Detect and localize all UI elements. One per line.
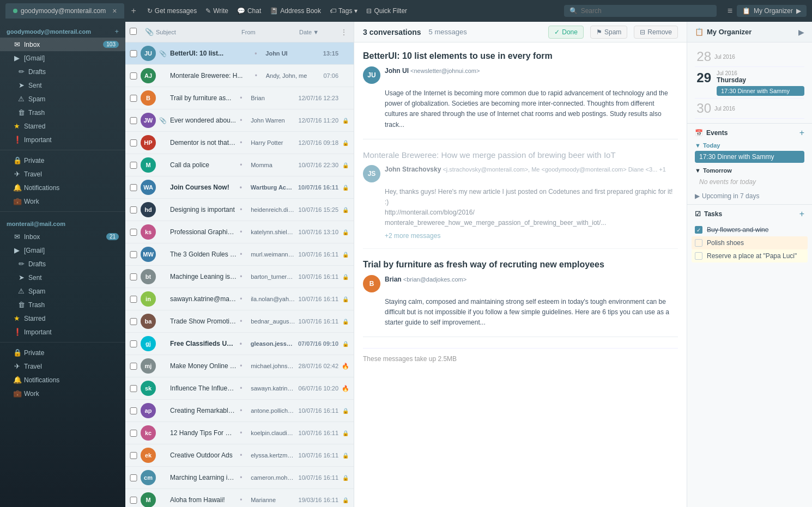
cal-event-29[interactable]: 17:30 Dinner with Sammy [717, 86, 804, 96]
email-row[interactable]: insawayn.katrine@manley...•ila.nolan@yah… [125, 288, 354, 310]
sidebar-item-sent2[interactable]: ➤ Sent [0, 271, 125, 284]
sidebar-item-trash2[interactable]: 🗑 Trash [0, 298, 125, 311]
quick-filter-button[interactable]: ⊟ Quick Filter [366, 7, 407, 15]
star-icon[interactable]: • [240, 273, 247, 280]
email-checkbox[interactable] [130, 251, 137, 258]
star-icon[interactable]: • [240, 317, 247, 325]
email-row[interactable]: MWThe 3 Golden Rules Proff...•murl.weima… [125, 243, 354, 266]
sidebar-item-gmail2[interactable]: ▶ [Gmail] [0, 243, 125, 257]
star-icon[interactable]: • [240, 429, 247, 437]
email-checkbox[interactable] [130, 72, 137, 80]
email-row[interactable]: JU📎BetterUI: 10 list...•John UI13:15 [125, 42, 354, 65]
email-row[interactable]: btMachinge Leaning is ...•barton_turner@… [125, 266, 354, 288]
star-icon[interactable]: • [240, 474, 247, 481]
star-icon[interactable]: • [240, 362, 247, 370]
star-icon[interactable]: • [240, 161, 247, 169]
email-row[interactable]: WAJoin Courses Now!•Wartburg Academy10/0… [125, 176, 354, 199]
menu-button[interactable]: ≡ [728, 6, 732, 16]
email-checkbox[interactable] [130, 407, 137, 414]
star-icon[interactable]: • [240, 295, 247, 303]
star-icon[interactable]: • [240, 451, 247, 459]
star-icon[interactable]: • [255, 72, 263, 80]
star-icon[interactable]: • [240, 496, 247, 504]
sidebar-item-starred[interactable]: ★ Starred [0, 119, 125, 133]
chat-button[interactable]: 💬 Chat [237, 7, 261, 15]
email-row[interactable]: JW📎Ever wondered abou...•John Warren12/0… [125, 109, 354, 132]
select-all-checkbox[interactable] [130, 28, 141, 36]
task-checkbox[interactable] [695, 252, 702, 260]
sidebar-item-inbox[interactable]: ✉ Inbox 103 [0, 38, 125, 51]
task-checkbox[interactable] [695, 239, 702, 247]
search-input[interactable] [581, 7, 711, 15]
from-col-header[interactable]: From [241, 29, 297, 35]
email-checkbox[interactable] [130, 273, 137, 280]
email-checkbox[interactable] [130, 117, 137, 124]
email-checkbox[interactable] [130, 452, 137, 459]
email-checkbox[interactable] [130, 430, 137, 437]
sidebar-item-private[interactable]: 🔒 Private [0, 154, 125, 167]
star-icon[interactable]: • [240, 228, 247, 236]
email-checkbox[interactable] [130, 206, 137, 213]
email-checkbox[interactable] [130, 385, 137, 392]
upcoming-events-link[interactable]: ▶ Upcoming in 7 days [695, 192, 804, 200]
tab-close-icon[interactable]: × [112, 7, 117, 15]
email-row[interactable]: BTrail by furniture as...•Brian12/07/16 … [125, 87, 354, 109]
star-icon[interactable]: • [240, 340, 247, 347]
sidebar-item-spam2[interactable]: ⚠ Spam [0, 284, 125, 298]
email-row[interactable]: skInfluence The Influence...•sawayn.katr… [125, 377, 354, 400]
email-row[interactable]: HPDementor is not that bad•Harry Potter1… [125, 132, 354, 154]
email-row[interactable]: baTrade Show Promotions•bednar_august@he… [125, 310, 354, 333]
address-book-button[interactable]: 📓 Address Book [270, 7, 321, 15]
get-messages-button[interactable]: ↻ Get messages [147, 7, 197, 15]
email-checkbox[interactable] [130, 318, 137, 325]
email-row[interactable]: MCall da police•Momma10/07/16 22:30🔒 [125, 154, 354, 176]
sidebar-item-travel2[interactable]: ✈ Travel [0, 359, 125, 373]
sidebar-item-private2[interactable]: 🔒 Private [0, 346, 125, 359]
star-icon[interactable]: • [240, 94, 247, 102]
email-row[interactable]: kc12 Handy Tips For Gener...•koelpin.cla… [125, 422, 354, 444]
star-icon[interactable]: • [240, 407, 247, 414]
email-row[interactable]: mjMake Money Online Thr...•michael.johns… [125, 355, 354, 377]
email-checkbox[interactable] [130, 474, 137, 481]
sidebar-item-important2[interactable]: ❗ Important [0, 325, 125, 339]
remove-button[interactable]: ⊟ Remove [634, 26, 678, 39]
spam-button[interactable]: ⚑ Spam [590, 26, 627, 39]
star-icon[interactable]: • [240, 139, 247, 146]
star-icon[interactable]: • [240, 384, 247, 392]
add-task-button[interactable]: + [799, 209, 804, 219]
star-icon[interactable]: • [240, 251, 247, 258]
subject-col-header[interactable]: Subject [156, 29, 239, 35]
sidebar-item-starred2[interactable]: ★ Starred [0, 311, 125, 325]
star-icon[interactable]: • [240, 184, 247, 191]
email-checkbox[interactable] [130, 162, 137, 169]
sidebar-item-important[interactable]: ❗ Important [0, 133, 125, 146]
browser-tab[interactable]: goodymoody@monterail.com × [5, 3, 124, 19]
email-row[interactable]: ekCreative Outdoor Ads•elyssa.kertzmann@… [125, 444, 354, 467]
tags-button[interactable]: 🏷 Tags ▾ [330, 7, 357, 15]
email-checkbox[interactable] [130, 296, 137, 303]
star-icon[interactable]: • [254, 50, 262, 57]
task-checkbox[interactable]: ✓ [695, 226, 702, 234]
sidebar-item-trash[interactable]: 🗑 Trash [0, 106, 125, 119]
email-checkbox[interactable] [130, 340, 137, 347]
email-row[interactable]: AJMonterale Breweree: H...•Andy, John, m… [125, 65, 354, 87]
sidebar-item-work2[interactable]: 💼 Work [0, 387, 125, 400]
sidebar-item-notifications2[interactable]: 🔔 Notifications [0, 373, 125, 387]
sidebar-item-sent[interactable]: ➤ Sent [0, 78, 125, 92]
email-checkbox[interactable] [130, 184, 137, 191]
my-organizer-button[interactable]: 📋 My Organizer ▶ [737, 5, 807, 17]
sidebar-item-inbox2[interactable]: ✉ Inbox 21 [0, 230, 125, 243]
email-checkbox[interactable] [130, 50, 137, 57]
email-row[interactable]: hdDesigning is important•heidenreich.din… [125, 199, 354, 221]
select-all-input[interactable] [130, 28, 137, 35]
add-event-button[interactable]: + [799, 128, 804, 138]
cal-day-29[interactable]: 29 Jul 2016 Thursday 17:30 Dinner with S… [695, 67, 804, 99]
new-tab-button[interactable]: + [131, 6, 136, 16]
list-options-icon[interactable]: ⋮ [338, 28, 349, 36]
done-button[interactable]: ✓ Done [548, 26, 584, 39]
sidebar-item-notifications[interactable]: 🔔 Notifications [0, 181, 125, 194]
conv-more-messages[interactable]: +2 more messages [385, 232, 678, 240]
email-row[interactable]: MAloha from Hawaii!•Marianne19/03/16 16:… [125, 489, 354, 507]
write-button[interactable]: ✎ Write [205, 7, 228, 15]
new-folder-icon[interactable]: + [114, 27, 119, 35]
